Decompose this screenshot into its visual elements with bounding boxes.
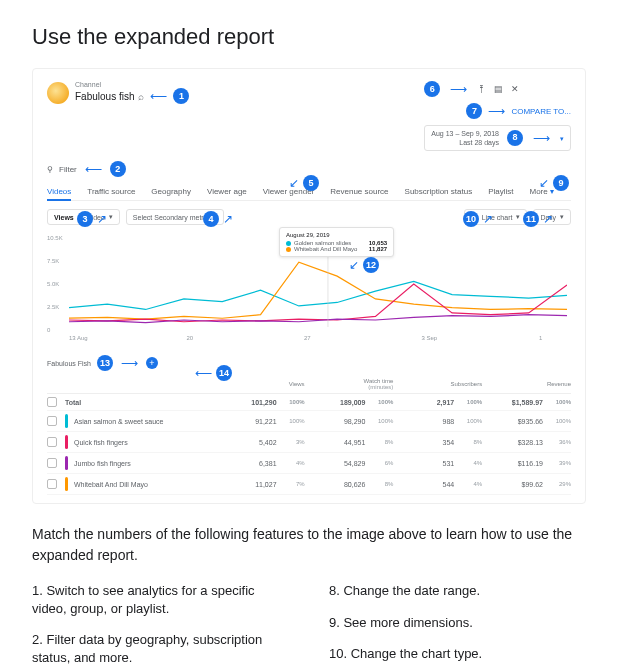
row-metric: 5314% [397, 460, 482, 467]
annotation-arrow: ⟶ [533, 132, 550, 144]
row-metric: 189,009100% [309, 399, 394, 406]
row-name: Asian salmon & sweet sauce [65, 414, 216, 428]
row-metric: 5,4023% [220, 439, 305, 446]
export-icon[interactable]: ⭱ [477, 84, 486, 94]
x-axis-label: 3 Sep [422, 335, 438, 341]
row-checkbox[interactable] [47, 458, 57, 468]
filter-button[interactable]: Filter [59, 165, 77, 174]
secondary-metric-selector[interactable]: Select Secondary metric ▾ [126, 209, 224, 225]
legend-item: 2. Filter data by geography, subscriptio… [32, 631, 289, 666]
annotation-1: 1 [173, 88, 189, 104]
row-metric: 101,290100% [220, 399, 305, 406]
row-metric: 2,917100% [397, 399, 482, 406]
annotation-arrow: ⟶ [450, 83, 467, 95]
filter-icon[interactable]: ⚲ [47, 165, 53, 174]
chart-type-selector[interactable]: 〽 Line chart ▾ [464, 209, 528, 225]
row-metric: 988100% [397, 418, 482, 425]
row-metric: 91,221100% [220, 418, 305, 425]
date-range-line1: Aug 13 – Sep 9, 2018 [431, 129, 499, 138]
row-metric: 54,8296% [309, 460, 394, 467]
date-range-picker[interactable]: Aug 13 – Sep 9, 2018 Last 28 days 8 ⟶ ▾ [424, 125, 571, 151]
tab-viewer-age[interactable]: Viewer age [207, 187, 247, 196]
row-name: Jumbo fish fingers [65, 456, 216, 470]
x-axis-label: 13 Aug [69, 335, 88, 341]
y-axis-label: 5.0K [47, 281, 59, 287]
table-header-cell: Revenue [486, 381, 571, 387]
tab-traffic-source[interactable]: Traffic source [87, 187, 135, 196]
chevron-down-icon: ▾ [109, 213, 113, 221]
row-name: Whitebait And Dill Mayo [65, 477, 216, 491]
page-title: Use the expanded report [32, 24, 586, 50]
table-row[interactable]: Jumbo fish fingers6,3814%54,8296%5314%$1… [47, 453, 571, 474]
primary-metric-suffix: by Video [78, 214, 105, 221]
row-metric: $116.1939% [486, 460, 571, 467]
add-metric-button[interactable]: + [146, 357, 158, 369]
dimension-tabs: VideosTraffic sourceGeographyViewer ageV… [47, 187, 571, 201]
channel-label: Channel [75, 81, 189, 88]
table-header-cell: Watch time(minutes) [309, 378, 394, 390]
chevron-down-icon: ▾ [560, 213, 564, 221]
tab-viewer-gender[interactable]: Viewer gender [263, 187, 314, 196]
tab-revenue-source[interactable]: Revenue source [330, 187, 388, 196]
chevron-down-icon: ▾ [560, 134, 564, 143]
tab-videos[interactable]: Videos [47, 187, 71, 201]
legend-item: 1. Switch to see analytics for a specifi… [32, 582, 289, 617]
table-row[interactable]: Quick fish fingers5,4023%44,9518%3548%$3… [47, 432, 571, 453]
y-axis-label: 2.5K [47, 304, 59, 310]
screenshot-panel: Channel Fabulous fish ⌕ ⟵ 1 6 ⟶ ⭱ ▤ ✕ [32, 68, 586, 504]
table-header-cell: Views [220, 381, 305, 387]
chevron-down-icon: ▾ [213, 213, 217, 221]
row-checkbox[interactable] [47, 479, 57, 489]
tab-playlist[interactable]: Playlist [488, 187, 513, 196]
y-axis-label: 0 [47, 327, 50, 333]
granularity-selector[interactable]: Daily ▾ [533, 209, 571, 225]
annotation-7: 7 [466, 103, 482, 119]
search-icon[interactable]: ⌕ [138, 91, 144, 102]
row-metric: 6,3814% [220, 460, 305, 467]
channel-avatar[interactable] [47, 82, 69, 104]
row-metric: 44,9518% [309, 439, 394, 446]
row-metric: $1,589.97100% [486, 399, 571, 406]
y-axis-label: 7.5K [47, 258, 59, 264]
row-metric: 98,290100% [309, 418, 394, 425]
data-table: Fabulous Fish 13 ⟶ + ViewsWatch time(min… [47, 355, 571, 495]
chevron-down-icon: ▾ [516, 213, 520, 221]
table-row[interactable]: Asian salmon & sweet sauce91,221100%98,2… [47, 411, 571, 432]
caption-text: Match the numbers of the following featu… [32, 524, 586, 566]
chart-type-label: Line chart [482, 214, 513, 221]
annotation-13: 13 [97, 355, 113, 371]
tab-more[interactable]: More ▾ [529, 187, 553, 196]
row-metric: $328.1336% [486, 439, 571, 446]
chart-series-line [69, 282, 567, 310]
primary-metric-selector[interactable]: Views by Video ▾ [47, 209, 120, 225]
x-axis-label: 20 [187, 335, 194, 341]
primary-metric-prefix: Views [54, 214, 74, 221]
row-checkbox[interactable] [47, 416, 57, 426]
legend-item: 9. See more dimensions. [329, 614, 586, 632]
chart-tooltip: August 29, 2019Golden salmon slides 10,6… [279, 227, 394, 257]
row-name: Quick fish fingers [65, 435, 216, 449]
row-name: Total [65, 399, 216, 406]
feedback-icon[interactable]: ▤ [494, 84, 503, 94]
tab-geography[interactable]: Geography [151, 187, 191, 196]
y-axis-label: 10.5K [47, 235, 63, 241]
date-range-line2: Last 28 days [431, 138, 499, 147]
legend-right-column: 8. Change the date range.9. See more dim… [329, 582, 586, 672]
tab-subscription-status[interactable]: Subscription status [405, 187, 473, 196]
table-row[interactable]: Total101,290100%189,009100%2,917100%$1,5… [47, 394, 571, 411]
close-icon[interactable]: ✕ [511, 84, 519, 94]
table-row[interactable]: Whitebait And Dill Mayo11,0277%80,6268%5… [47, 474, 571, 495]
compare-to-button[interactable]: COMPARE TO... [511, 107, 571, 116]
annotation-arrow: ⟶ [488, 105, 505, 117]
annotation-arrow: ⟶ [121, 357, 138, 369]
row-checkbox[interactable] [47, 397, 57, 407]
annotation-arrow: ⟵ [150, 90, 167, 102]
row-metric: 80,6268% [309, 481, 394, 488]
row-checkbox[interactable] [47, 437, 57, 447]
channel-name[interactable]: Fabulous fish [75, 91, 134, 102]
legend-item: 10. Change the chart type. [329, 645, 586, 663]
annotation-2: 2 [110, 161, 126, 177]
line-chart-icon: 〽 [471, 214, 478, 221]
granularity-label: Daily [540, 214, 556, 221]
chart-area[interactable]: 10.5K7.5K5.0K2.5K0 13 Aug20273 Sep1 Augu… [47, 231, 571, 341]
